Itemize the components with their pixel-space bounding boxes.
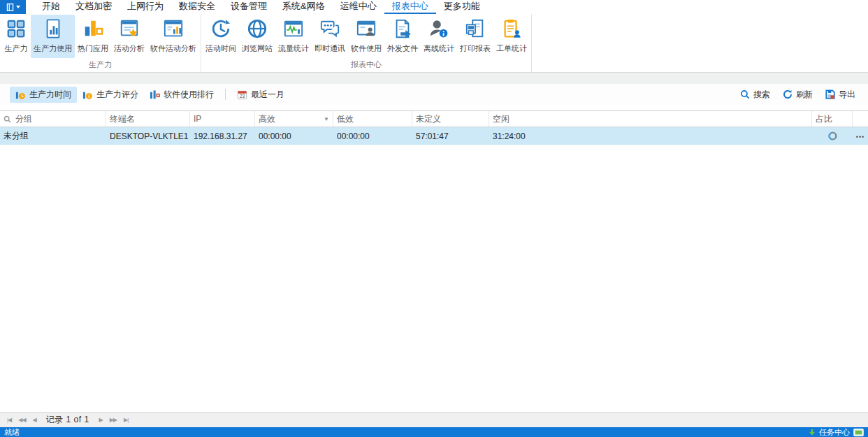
pager-prev-button[interactable]: ◀ — [30, 417, 39, 423]
menu-tab-doc-encryption[interactable]: 文档加密 — [68, 0, 120, 14]
ribbon-button-label: 活动分析 — [114, 43, 145, 54]
date-range-button[interactable]: 23 最近一月 — [231, 87, 290, 103]
ribbon-button-browse-websites[interactable]: 浏览网站 — [239, 15, 275, 58]
svg-text:23: 23 — [240, 93, 245, 98]
status-text: 就绪 — [4, 427, 20, 437]
ribbon-button-label: 外发文件 — [387, 43, 418, 54]
productivity-usage-icon — [41, 17, 65, 41]
ribbon-content-divider — [0, 73, 868, 84]
pager-last-button[interactable]: ▶| — [121, 417, 131, 423]
column-header-ip[interactable]: IP — [190, 111, 255, 127]
search-button[interactable]: 搜索 — [735, 87, 776, 103]
column-header-label: 未定义 — [416, 113, 441, 125]
search-icon — [740, 89, 750, 99]
column-header-terminal[interactable]: 终端名 — [106, 111, 190, 127]
column-header-idle[interactable]: 空闲 — [489, 111, 812, 127]
ribbon-button-productivity[interactable]: 生产力 — [1, 15, 31, 58]
column-header-undefined[interactable]: 未定义 — [412, 111, 489, 127]
ribbon-button-outgoing-files[interactable]: 外发文件 — [384, 15, 421, 58]
ribbon-button-hot-apps[interactable]: 热门应用 — [75, 15, 111, 58]
ribbon-button-label: 浏览网站 — [242, 43, 273, 54]
pager-first-button[interactable]: |◀ — [4, 417, 14, 423]
ribbon-button-label: 流量统计 — [278, 43, 309, 54]
ribbon-button-productivity-usage[interactable]: 生产力使用 — [31, 15, 75, 58]
pager-next-button[interactable]: ▶ — [96, 417, 106, 423]
task-center-label: 任务中心 — [819, 427, 850, 437]
monitor-icon — [853, 429, 864, 436]
ribbon-group-productivity: 生产力 生产力使用 热门应用 — [0, 14, 201, 72]
activity-time-icon — [209, 17, 233, 41]
view-button-productivity-time[interactable]: 生产力时间 — [10, 87, 77, 103]
column-header-label: 终端名 — [110, 113, 135, 125]
menu-tab-more-features[interactable]: 更多功能 — [436, 0, 488, 14]
refresh-label: 刷新 — [796, 89, 813, 101]
outgoing-files-icon — [391, 17, 414, 41]
column-header-label: 低效 — [337, 113, 354, 125]
ribbon-button-label: 生产力 — [5, 43, 28, 54]
caret-down-icon — [16, 6, 20, 8]
hot-apps-icon — [81, 17, 105, 41]
view-button-label: 生产力评分 — [96, 89, 138, 101]
software-ranking-icon — [150, 89, 160, 100]
ribbon-button-software-activity-analysis[interactable]: 软件活动分析 — [147, 15, 199, 58]
software-usage-icon — [354, 17, 378, 41]
report-grid: 分组 终端名 IP 高效 ▼ 低效 未定义 空闲 占比 未分组 DESKTOP-… — [0, 105, 868, 412]
table-row[interactable]: 未分组 DESKTOP-VLKTLE1 192.168.31.27 00:00:… — [0, 127, 868, 145]
ribbon-group-report-center: 活动时间 浏览网站 流量统计 — [201, 14, 532, 72]
ribbon-button-instant-messaging[interactable]: 即时通讯 — [312, 15, 348, 58]
offline-stats-icon — [427, 17, 451, 41]
grid-empty-area — [0, 145, 868, 412]
view-button-label: 软件使用排行 — [164, 89, 214, 101]
app-menu-button[interactable] — [0, 0, 26, 14]
ribbon-button-work-order-stats[interactable]: 工单统计 — [493, 15, 530, 58]
pager-record-text: 记录 1 of 1 — [46, 414, 89, 426]
menu-tab-ops-center[interactable]: 运维中心 — [333, 0, 384, 14]
filter-dropdown-icon[interactable]: ▼ — [324, 116, 329, 122]
column-header-ratio[interactable]: 占比 — [812, 111, 853, 127]
ribbon-button-label: 活动时间 — [205, 43, 236, 54]
menu-tab-web-behavior[interactable]: 上网行为 — [120, 0, 171, 14]
column-header-label: 空闲 — [493, 113, 509, 125]
column-header-group[interactable]: 分组 — [0, 111, 106, 127]
view-button-label: 生产力时间 — [29, 89, 71, 101]
ribbon-button-label: 生产力使用 — [34, 43, 72, 54]
view-button-productivity-score[interactable]: 生产力评分 — [77, 87, 144, 103]
pager-fast-prev-button[interactable]: ◀◀ — [15, 417, 28, 423]
task-center-button[interactable]: 任务中心 — [809, 427, 864, 437]
menu-tab-report-center[interactable]: 报表中心 — [384, 0, 436, 14]
row-more-button[interactable]: ••• — [853, 131, 868, 141]
cell-efficient: 00:00:00 — [255, 131, 333, 141]
calendar-icon: 23 — [237, 89, 247, 100]
cell-idle: 31:24:00 — [489, 131, 812, 141]
column-header-efficient[interactable]: 高效 ▼ — [255, 111, 333, 127]
menu-tab-system-network[interactable]: 系统&网络 — [275, 0, 333, 14]
refresh-button[interactable]: 刷新 — [777, 87, 818, 103]
menu-tab-data-security[interactable]: 数据安全 — [171, 0, 223, 14]
export-icon — [825, 89, 835, 99]
cell-inefficient: 00:00:00 — [333, 131, 412, 141]
toolbar-separator — [225, 89, 226, 100]
view-toolbar: 生产力时间 生产力评分 软件使用排行 23 最近一月 — [0, 84, 868, 105]
work-order-stats-icon — [500, 17, 523, 41]
download-arrow-icon — [809, 429, 816, 436]
cell-terminal: DESKTOP-VLKTLE1 — [106, 131, 190, 141]
productivity-grid-icon — [4, 17, 28, 41]
ribbon: 生产力 生产力使用 热门应用 — [0, 14, 868, 73]
ribbon-group-label-productivity: 生产力 — [1, 58, 199, 72]
ribbon-button-software-usage[interactable]: 软件使用 — [348, 15, 384, 58]
export-button[interactable]: 导出 — [820, 87, 861, 103]
ribbon-button-label: 热门应用 — [78, 43, 108, 54]
pager-bar: |◀ ◀◀ ◀ 记录 1 of 1 ▶ ▶▶ ▶| — [0, 412, 868, 427]
column-header-inefficient[interactable]: 低效 — [333, 111, 412, 127]
view-button-software-usage-ranking[interactable]: 软件使用排行 — [144, 87, 219, 103]
ribbon-button-offline-stats[interactable]: 离线统计 — [421, 15, 457, 58]
menu-tab-home[interactable]: 开始 — [34, 0, 68, 14]
ribbon-button-activity-time[interactable]: 活动时间 — [203, 15, 239, 58]
ribbon-button-activity-analysis[interactable]: 活动分析 — [111, 15, 147, 58]
browse-websites-icon — [245, 17, 269, 41]
export-label: 导出 — [839, 89, 855, 101]
ribbon-button-traffic-stats[interactable]: 流量统计 — [275, 15, 312, 58]
ribbon-button-print-report[interactable]: 打印报表 — [457, 15, 493, 58]
pager-fast-next-button[interactable]: ▶▶ — [107, 417, 120, 423]
menu-tab-device-management[interactable]: 设备管理 — [223, 0, 275, 14]
